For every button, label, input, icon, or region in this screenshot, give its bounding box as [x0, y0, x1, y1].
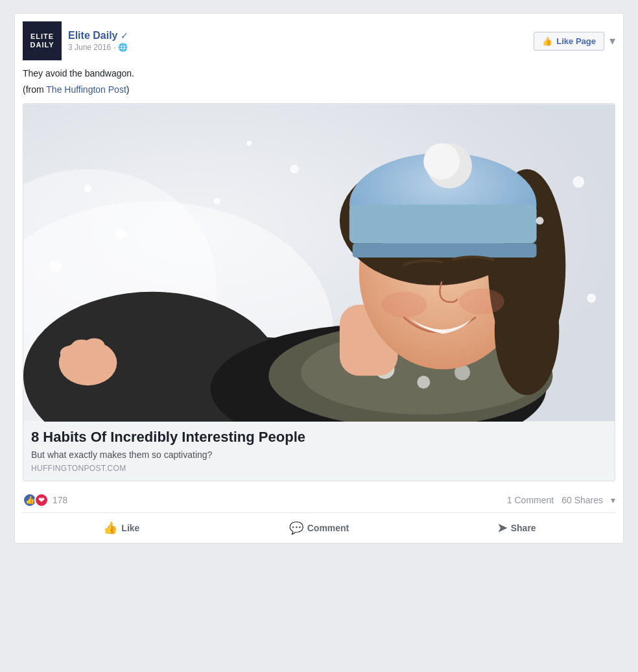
post-text-prefix: (from	[23, 84, 46, 95]
share-action-button[interactable]: ➤ Share	[418, 516, 615, 540]
svg-point-36	[84, 338, 105, 352]
comment-action-icon: 💬	[289, 521, 303, 535]
svg-point-31	[246, 141, 252, 146]
article-card[interactable]: 8 Habits Of Incredibly Interesting Peopl…	[23, 103, 615, 481]
page-name-link[interactable]: Elite Daily	[68, 30, 117, 42]
post-text-suffix: )	[126, 84, 130, 95]
like-action-button[interactable]: 👍 Like	[23, 516, 220, 540]
post-meta: 3 June 2016 · 🌐	[68, 43, 128, 52]
article-source: HUFFINGTONPOST.COM	[31, 464, 607, 473]
reactions-left: 👍 ❤ 178	[23, 493, 67, 507]
svg-point-21	[423, 143, 460, 180]
post-text-secondary: (from The Huffington Post)	[23, 83, 615, 97]
reactions-dropdown-icon[interactable]: ▾	[611, 495, 615, 505]
page-info: Elite Daily ✓ 3 June 2016 · 🌐	[68, 30, 128, 52]
comment-action-label: Comment	[307, 523, 349, 533]
post-date: 3 June 2016	[68, 43, 111, 52]
svg-point-23	[459, 289, 504, 315]
share-action-icon: ➤	[497, 521, 507, 535]
globe-icon: 🌐	[118, 43, 128, 52]
article-title: 8 Habits Of Incredibly Interesting Peopl…	[31, 428, 607, 447]
post-header: ELITEDAILY Elite Daily ✓ 3 June 2016 · 🌐…	[23, 21, 615, 60]
dot-separator: ·	[113, 43, 115, 52]
like-page-label: Like Page	[556, 36, 596, 46]
post-dropdown-icon[interactable]: ▾	[609, 34, 615, 48]
reaction-icons: 👍 ❤	[23, 493, 49, 507]
svg-rect-19	[353, 243, 537, 258]
svg-point-27	[536, 217, 544, 224]
svg-point-28	[573, 176, 584, 188]
like-page-button[interactable]: 👍 Like Page	[534, 32, 604, 51]
comment-action-button[interactable]: 💬 Comment	[220, 516, 418, 540]
shares-count[interactable]: 60 Shares	[561, 495, 603, 505]
action-buttons: 👍 Like 💬 Comment ➤ Share	[23, 513, 615, 543]
verified-icon: ✓	[121, 30, 128, 41]
reactions-row: 👍 ❤ 178 1 Comment 60 Shares ▾	[23, 488, 615, 513]
logo-text: ELITEDAILY	[30, 32, 54, 49]
article-description: But what exactly makes them so captivati…	[31, 450, 607, 460]
share-action-label: Share	[511, 523, 536, 533]
svg-rect-18	[349, 204, 537, 243]
svg-point-10	[417, 376, 430, 389]
header-right: 👍 Like Page ▾	[534, 32, 615, 51]
like-action-icon: 👍	[103, 521, 117, 535]
svg-point-30	[49, 259, 62, 272]
post-text-main: They avoid the bandwagon.	[23, 67, 615, 80]
svg-point-25	[214, 198, 220, 204]
reactions-right: 1 Comment 60 Shares ▾	[507, 495, 615, 505]
svg-point-22	[382, 292, 427, 318]
post-card: ELITEDAILY Elite Daily ✓ 3 June 2016 · 🌐…	[14, 13, 624, 544]
svg-point-29	[84, 185, 92, 193]
reaction-count: 178	[53, 495, 67, 505]
like-page-thumb-icon: 👍	[542, 36, 552, 46]
article-image	[23, 104, 615, 422]
svg-point-32	[587, 294, 596, 303]
love-reaction-icon: ❤	[34, 493, 49, 507]
article-image-svg	[23, 104, 615, 422]
huffington-post-link[interactable]: The Huffington Post	[46, 84, 126, 95]
svg-point-26	[290, 165, 299, 174]
page-logo[interactable]: ELITEDAILY	[23, 21, 62, 60]
svg-point-24	[115, 228, 125, 239]
like-action-label: Like	[121, 523, 139, 533]
comment-count[interactable]: 1 Comment	[507, 495, 554, 505]
post-header-left: ELITEDAILY Elite Daily ✓ 3 June 2016 · 🌐	[23, 21, 128, 60]
article-content: 8 Habits Of Incredibly Interesting Peopl…	[23, 422, 615, 481]
svg-point-16	[495, 266, 560, 395]
page-name-row: Elite Daily ✓	[68, 30, 128, 42]
